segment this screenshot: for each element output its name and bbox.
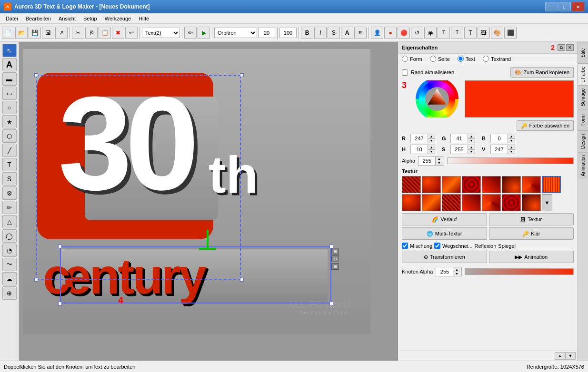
texture-thumb-13[interactable] xyxy=(482,194,501,211)
save-button[interactable]: 💾 xyxy=(29,27,41,39)
star-tool[interactable]: ★ xyxy=(2,115,17,128)
close-button[interactable]: ✕ xyxy=(572,2,584,11)
alpha-slider[interactable] xyxy=(447,157,574,164)
v-down-btn[interactable]: ▼ xyxy=(508,150,515,154)
export-button[interactable]: ↗ xyxy=(55,27,68,39)
g-up-btn[interactable]: ▲ xyxy=(468,134,475,139)
farbe-auswaehlen-button[interactable]: 🔑 Farbe auswählen xyxy=(517,120,574,131)
b-up-btn[interactable]: ▲ xyxy=(508,134,515,139)
alpha-input[interactable] xyxy=(419,157,436,165)
b-down-btn[interactable]: ▼ xyxy=(508,139,515,143)
mischung-checkbox[interactable] xyxy=(402,243,408,249)
scroll-up-btn[interactable]: ▲ xyxy=(555,352,565,360)
props-float-btn[interactable]: ⧉ xyxy=(558,44,565,51)
tool1-button[interactable]: 👤 xyxy=(371,27,383,39)
tool9-button[interactable]: 🖼 xyxy=(478,27,490,39)
play-button[interactable]: ▶ xyxy=(198,27,210,39)
s-tool[interactable]: S xyxy=(2,172,17,186)
texture-thumb-7[interactable] xyxy=(522,176,541,193)
knoten-slider[interactable] xyxy=(465,268,574,275)
tab-text-radio[interactable] xyxy=(458,56,464,62)
vtab-form[interactable]: Form xyxy=(578,109,588,130)
s-down-btn[interactable]: ▼ xyxy=(468,150,475,154)
triangle-tool[interactable]: △ xyxy=(2,215,17,228)
tool11-button[interactable]: ⬛ xyxy=(504,27,517,39)
arc-tool[interactable]: ◔ xyxy=(2,244,17,257)
tab-textrand-label[interactable]: Textrand xyxy=(491,56,511,62)
text-tool[interactable]: A xyxy=(2,58,17,71)
misc-tool[interactable]: ⊕ xyxy=(2,286,17,300)
knoten-alpha-input[interactable] xyxy=(436,267,453,276)
cut-button[interactable]: ✂ xyxy=(72,27,84,39)
vtab-animation-side[interactable]: Animation xyxy=(578,152,588,179)
texture-more-btn[interactable]: ▼ xyxy=(542,194,552,211)
rand-checkbox[interactable] xyxy=(402,69,408,76)
strikethrough-button[interactable]: S xyxy=(328,27,340,39)
texture-thumb-3[interactable] xyxy=(442,176,461,193)
bold-button[interactable]: B xyxy=(301,27,313,39)
color-wheel-canvas[interactable] xyxy=(413,80,461,117)
tab-textrand-radio[interactable] xyxy=(483,56,489,62)
g-down-btn[interactable]: ▼ xyxy=(468,139,475,143)
s-input[interactable] xyxy=(451,145,468,154)
maximize-button[interactable]: □ xyxy=(558,2,571,11)
tool7-button[interactable]: T xyxy=(451,27,463,39)
texture-thumb-9[interactable] xyxy=(402,194,421,211)
texture-thumb-15[interactable] xyxy=(522,194,541,211)
paste-button[interactable]: 📋 xyxy=(99,27,111,39)
delete-button[interactable]: ✖ xyxy=(112,27,124,39)
polygon-tool[interactable]: ⬡ xyxy=(2,129,17,143)
texture-thumb-1[interactable] xyxy=(402,176,421,193)
tab-seite-radio[interactable] xyxy=(430,56,436,62)
transformieren-button[interactable]: ⊕ Transformieren xyxy=(402,251,487,263)
r-down-btn[interactable]: ▼ xyxy=(428,139,435,143)
h-up-btn[interactable]: ▲ xyxy=(428,145,435,150)
open-button[interactable]: 📂 xyxy=(15,27,28,39)
tool4-button[interactable]: ↺ xyxy=(411,27,423,39)
effect-button[interactable]: ≋ xyxy=(354,27,367,39)
select-tool[interactable]: ↖ xyxy=(2,44,17,57)
tool10-button[interactable]: 🎨 xyxy=(491,27,503,39)
textur-button[interactable]: 🖼 Textur xyxy=(489,213,574,225)
t-tool[interactable]: T xyxy=(2,158,17,171)
knoten-up-btn[interactable]: ▲ xyxy=(453,267,460,272)
h-input[interactable] xyxy=(411,145,428,154)
texture-thumb-10[interactable] xyxy=(422,194,441,211)
menu-hilfe[interactable]: Hilfe xyxy=(135,15,153,22)
r-up-btn[interactable]: ▲ xyxy=(428,134,435,139)
menu-bearbeiten[interactable]: Bearbeiten xyxy=(22,15,55,22)
saveas-button[interactable]: 🖫 xyxy=(42,27,54,39)
v-up-btn[interactable]: ▲ xyxy=(508,145,515,150)
texture-thumb-14[interactable] xyxy=(502,194,521,211)
italic-button[interactable]: I xyxy=(314,27,327,39)
tab-form-radio[interactable] xyxy=(402,56,408,62)
texture-thumb-4[interactable] xyxy=(462,176,481,193)
roundrect-tool[interactable]: ▭ xyxy=(2,87,17,100)
props-close-btn[interactable]: ✕ xyxy=(566,44,574,51)
cloud-tool[interactable]: ☁ xyxy=(2,272,17,285)
tool2-button[interactable]: ● xyxy=(384,27,397,39)
vtab-design[interactable]: Design xyxy=(578,130,588,152)
undo-button[interactable]: ↩ xyxy=(125,27,138,39)
menu-setup[interactable]: Setup xyxy=(80,15,101,22)
tool3-button[interactable]: 🔴 xyxy=(398,27,410,39)
texture-thumb-2[interactable] xyxy=(422,176,441,193)
tab-form-label[interactable]: Form xyxy=(410,56,422,62)
menu-datei[interactable]: Datei xyxy=(2,15,22,22)
verlauf-button[interactable]: 🌈 Verlauf xyxy=(402,213,487,225)
tab-text-label[interactable]: Text xyxy=(466,56,475,62)
vtab-stile[interactable]: Stile xyxy=(578,42,588,63)
menu-ansicht[interactable]: Ansicht xyxy=(55,15,80,22)
edit-button[interactable]: ✏ xyxy=(184,27,197,39)
new-button[interactable]: 📄 xyxy=(2,27,14,39)
tool5-button[interactable]: ◉ xyxy=(424,27,437,39)
texture-thumb-6[interactable] xyxy=(502,176,521,193)
vtab-farbe[interactable]: 1 Farbe xyxy=(578,63,588,85)
pen-tool[interactable]: ✏ xyxy=(2,201,17,214)
tool6-button[interactable]: T xyxy=(438,27,450,39)
scale-input[interactable] xyxy=(279,28,297,38)
font-select[interactable]: Orbitron xyxy=(214,28,257,38)
edit-tool[interactable]: ⚙ xyxy=(2,186,17,200)
font-size-input[interactable] xyxy=(258,28,275,38)
r-input[interactable] xyxy=(411,134,428,143)
